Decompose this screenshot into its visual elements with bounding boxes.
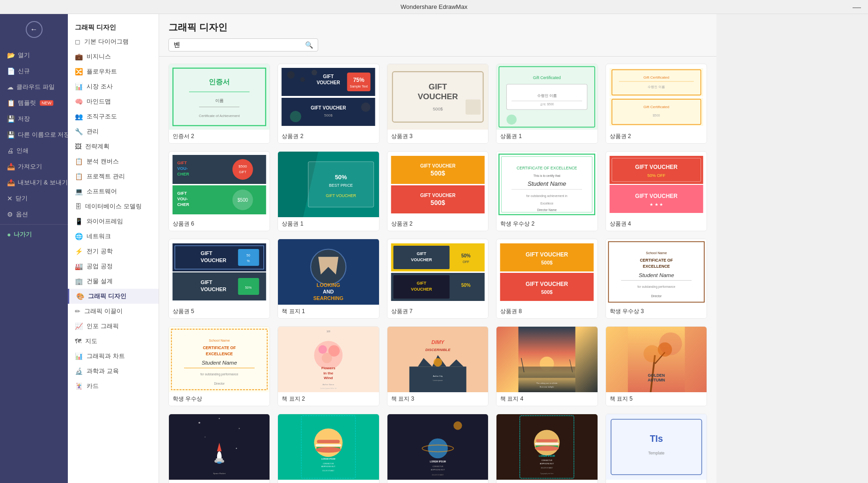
sidebar-item-template[interactable]: 📋 템플릿 NEW	[0, 95, 68, 111]
category-item-science[interactable]: 🔬 과학과 교육	[68, 364, 159, 379]
sidebar-item-cloud[interactable]: ☁ 클라우드 파일	[0, 79, 68, 95]
sidebar-item-save[interactable]: 💾 저장	[0, 111, 68, 127]
template-card-tis[interactable]: TIs Template TIs	[605, 414, 707, 483]
category-item-architecture[interactable]: 🏢 건물 설계	[68, 274, 159, 289]
category-item-industrial[interactable]: 🏭 공업 공정	[68, 259, 159, 274]
template-card-gift7[interactable]: GIFT VOUCHER 50% OFF GIFT VOUCHER 50% 상품…	[387, 239, 489, 319]
category-item-org[interactable]: 👥 조직구조도	[68, 109, 159, 124]
template-card-gift-dark[interactable]: GIFT VOUCHER 75% Sample Text GIFT VOUCHE…	[277, 64, 379, 144]
sidebar-item-open[interactable]: 📂 열기	[0, 47, 68, 63]
minimize-btn[interactable]: —	[853, 3, 861, 11]
category-item-infographic[interactable]: 📈 인포 그래픽	[68, 319, 159, 334]
svg-point-144	[322, 353, 332, 363]
svg-text:CHER: CHER	[177, 202, 190, 207]
svg-text:GIFT VOUCHER: GIFT VOUCHER	[420, 193, 456, 198]
svg-text:CONSECTUR: CONSECTUR	[432, 466, 443, 468]
svg-text:VOU-: VOU-	[177, 166, 188, 171]
svg-text:VOUCHER: VOUCHER	[411, 257, 432, 262]
back-button[interactable]: ←	[26, 21, 43, 38]
category-item-db[interactable]: 🗄 데이터베이스 모델링	[68, 199, 159, 214]
template-card-gift6[interactable]: GIFT VOU- CHER $500 GIFT GIFT VOU- CHER …	[168, 151, 270, 231]
sidebar-item-print[interactable]: 🖨 인쇄	[0, 143, 68, 159]
template-card-gift8[interactable]: GIFT VOUCHER 500$ GIFT VOUCHER 500$ 상품권 …	[496, 239, 598, 319]
card-label-gift-dark: 상품권 2	[278, 130, 379, 143]
sidebar-item-options[interactable]: ⚙ 옵션	[0, 206, 68, 222]
svg-text:인증서: 인증서	[209, 78, 230, 86]
svg-text:50%: 50%	[245, 286, 252, 289]
category-item-strategy[interactable]: 🖼 전략계획	[68, 139, 159, 154]
template-card-book1[interactable]: LOOKING AND SEARCHING 책 표지 1	[277, 239, 379, 319]
sidebar-item-export[interactable]: 📤 내보내기 & 보내기	[0, 175, 68, 190]
svg-text:★ ★ ★: ★ ★ ★	[649, 202, 663, 207]
titlebar-controls[interactable]: —	[853, 3, 861, 11]
category-item-graphic-design[interactable]: 🎨 그래픽 디자인	[68, 289, 159, 304]
category-item-network[interactable]: 🌐 네트워크	[68, 229, 159, 244]
sidebar-item-logout[interactable]: ● 나가기	[0, 227, 68, 242]
category-item-analytics[interactable]: 📋 분석 캔버스	[68, 154, 159, 169]
template-card-award3[interactable]: School Name CERTIFICATE OF EXCELLENCE St…	[605, 239, 707, 319]
org-icon: 👥	[75, 113, 83, 120]
category-item-graphic-tools[interactable]: ✏ 그래픽 이끌이	[68, 304, 159, 319]
category-item-map[interactable]: 🗺 지도	[68, 334, 159, 349]
category-item-chart[interactable]: 📊 그래픽과 차트	[68, 349, 159, 364]
category-item-basic-diagram[interactable]: ◻ 기본 다이어그램	[68, 34, 159, 49]
template-card-gift1-teal[interactable]: 50% BEST PRICE GIFT VOUCHER 상품권 1	[277, 151, 379, 231]
category-item-wireframe[interactable]: 📱 와이어프레임	[68, 214, 159, 229]
sidebar-item-close[interactable]: ✕ 닫기	[0, 190, 68, 206]
template-card-poster-lorem[interactable]: LOREM IPSUM CONSECTUR ADIPISCING ELIT DO…	[496, 414, 598, 483]
svg-text:EXCELLENCE: EXCELLENCE	[642, 264, 670, 269]
svg-text:Student Name: Student Name	[202, 359, 237, 366]
category-item-software[interactable]: 💻 소프트웨어	[68, 184, 159, 199]
template-card-gift1[interactable]: Gift Certificated 수령인 이름 금액: $500 상품권 1	[496, 64, 598, 144]
template-card-food[interactable]: LOREM IPSUM CONSECTUR ADIPISCING ELIT DO…	[277, 414, 379, 483]
svg-text:Excellece: Excellece	[540, 202, 554, 205]
category-item-project[interactable]: 📋 프로젝트 관리	[68, 169, 159, 184]
category-item-electrical[interactable]: ⚡ 전기 공학	[68, 244, 159, 259]
svg-text:in the: in the	[324, 371, 334, 375]
svg-text:VOUCHER: VOUCHER	[201, 286, 226, 292]
software-icon: 💻	[75, 188, 83, 195]
svg-text:GOLDEN: GOLDEN	[648, 373, 664, 378]
template-card-book4[interactable]: The sitting sun is infinite But near twi…	[496, 326, 598, 406]
template-card-gift4[interactable]: GIFT VOUCHER 50% OFF GIFT VOUCHER ★ ★ ★ …	[605, 151, 707, 231]
template-card-gift2-dark[interactable]: GIFT VOUCHER 500$ GIFT VOUCHER 500$ 상품권 …	[387, 151, 489, 231]
category-item-mindmap[interactable]: 🧠 마인드맵	[68, 94, 159, 109]
template-card-gift5[interactable]: GIFT VOUCHER 50 % GIFT VOUCHER 50% 상품권	[168, 239, 270, 319]
category-item-card[interactable]: 🃏 카드	[68, 379, 159, 394]
category-item-market[interactable]: 📊 시장 조사	[68, 79, 159, 94]
svg-text:GIFT: GIFT	[416, 251, 426, 256]
svg-rect-191	[317, 440, 340, 443]
sidebar-item-import[interactable]: 📥 가져오기	[0, 159, 68, 175]
search-input[interactable]	[174, 41, 301, 49]
analytics-icon: 📋	[75, 158, 83, 165]
svg-rect-40	[609, 98, 703, 126]
svg-text:GIFT: GIFT	[201, 279, 212, 285]
template-card-book-saturn[interactable]: LOREM IPSUM CONSECTUR ADIPISCING ELIT DO…	[387, 414, 489, 483]
sidebar-item-new[interactable]: 📄 신규	[0, 63, 68, 79]
svg-text:EXCELLENCE: EXCELLENCE	[206, 351, 233, 356]
search-icon[interactable]: 🔍	[305, 41, 313, 49]
template-card-book5-autumn[interactable]: GOLDEN AUTUMN 책 표지 5	[605, 326, 707, 406]
template-card-gift3[interactable]: GIFT VOUCHER 500$ 상품권 3	[387, 64, 489, 144]
page-title: 그래픽 디자인	[168, 21, 707, 34]
svg-text:VOU-: VOU-	[177, 197, 188, 201]
svg-text:ADIPISCING ELIT: ADIPISCING ELIT	[431, 469, 445, 471]
template-card-gift2-yellow[interactable]: Gift Certificated 수령인 이름 Gift Certificat…	[605, 64, 707, 144]
template-card-cert2[interactable]: 인증서 이름 Certificate of Achievement 인증서 2	[168, 64, 270, 144]
category-item-mgmt[interactable]: 🔧 관리	[68, 124, 159, 139]
template-card-award-yellow[interactable]: School Name CERTIFICATE OF EXCELLENCE St…	[168, 326, 270, 406]
svg-point-8	[287, 71, 295, 79]
card-label-award-yellow: 학생 우수상	[169, 392, 270, 406]
svg-text:Flowers: Flowers	[321, 366, 336, 370]
template-card-book3[interactable]: DIMY DISCERNIBLE Author City Lorem ipsum…	[387, 326, 489, 406]
svg-point-177	[239, 428, 240, 429]
sidebar-item-save-as[interactable]: 💾 다른 이름으로 저장	[0, 127, 68, 143]
svg-text:GIFT VOUCHER: GIFT VOUCHER	[635, 164, 678, 170]
template-card-poster-rocket[interactable]: Space Rocket 포스터1	[168, 414, 270, 483]
svg-text:500$: 500$	[324, 113, 333, 117]
category-item-business[interactable]: 💼 비지니스	[68, 49, 159, 64]
svg-text:Author Name: Author Name	[323, 383, 335, 386]
template-card-book2[interactable]: 108 Flowers in the Wind Author Name Lore…	[277, 326, 379, 406]
template-card-award2[interactable]: CERTIFICATE OF EXCELLENCE This is to cer…	[496, 151, 598, 231]
category-item-flowchart[interactable]: 🔀 플로우차트	[68, 64, 159, 79]
